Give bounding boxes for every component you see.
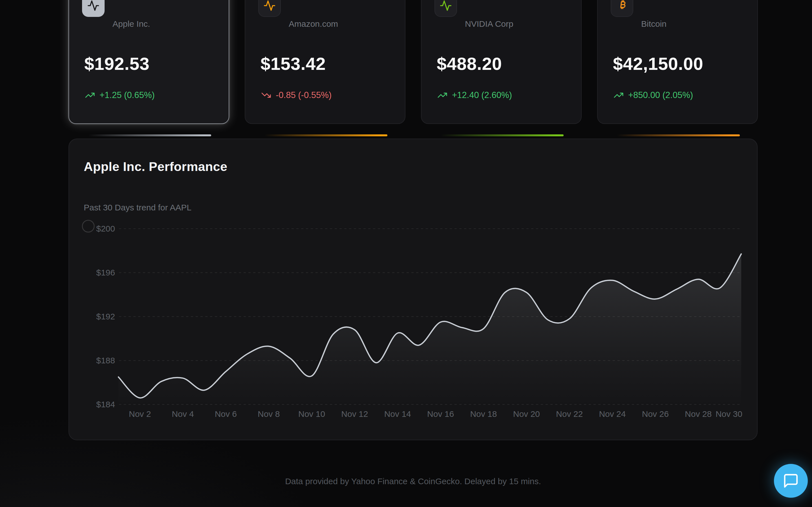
activity-icon bbox=[263, 0, 276, 12]
price-change: +1.25 (0.65%) bbox=[85, 90, 155, 100]
price-change: +12.40 (2.60%) bbox=[437, 90, 512, 100]
activity-icon bbox=[87, 0, 100, 12]
stock-card-apple[interactable]: Apple Inc. $192.53 +1.25 (0.65%) bbox=[68, 0, 229, 124]
performance-card: Apple Inc. Performance Past 30 Days tren… bbox=[68, 138, 758, 440]
change-text: +850.00 (2.05%) bbox=[628, 90, 693, 100]
watchlist-card-slot: Apple Inc. $192.53 +1.25 (0.65%) bbox=[68, 0, 229, 137]
y-axis-label: $196 bbox=[96, 268, 115, 277]
ring-marker-icon bbox=[82, 220, 94, 232]
x-axis-label: Nov 8 bbox=[258, 409, 280, 418]
asset-icon-box bbox=[435, 0, 457, 17]
watchlist-card-slot: NVIDIA Corp $488.20 +12.40 (2.60%) bbox=[421, 0, 581, 137]
asset-price: $153.42 bbox=[260, 54, 326, 74]
asset-price: $42,150.00 bbox=[613, 54, 703, 74]
asset-name: Bitcoin bbox=[641, 19, 666, 29]
accent-bar bbox=[88, 134, 211, 136]
change-text: -0.85 (-0.55%) bbox=[276, 90, 332, 100]
asset-price: $488.20 bbox=[437, 54, 502, 74]
asset-name: Amazon.com bbox=[289, 19, 338, 29]
x-axis-label: Nov 20 bbox=[513, 409, 540, 418]
y-axis-label: $188 bbox=[96, 356, 115, 365]
chat-button[interactable] bbox=[774, 464, 808, 498]
trending-up-icon bbox=[613, 90, 624, 100]
x-axis-label: Nov 28 bbox=[685, 409, 712, 418]
x-axis-label: Nov 2 bbox=[129, 409, 151, 418]
trending-up-icon bbox=[85, 90, 95, 100]
asset-name: NVIDIA Corp bbox=[465, 19, 513, 29]
asset-name: Apple Inc. bbox=[112, 19, 150, 29]
x-axis-label: Nov 24 bbox=[599, 409, 626, 418]
x-axis-label: Nov 26 bbox=[642, 409, 669, 418]
data-attribution: Data provided by Yahoo Finance & CoinGec… bbox=[68, 476, 758, 486]
y-axis-label: $184 bbox=[96, 400, 115, 409]
trending-down-icon bbox=[261, 90, 271, 100]
stock-card-amazon[interactable]: Amazon.com $153.42 -0.85 (-0.55%) bbox=[245, 0, 405, 124]
dashboard: Apple Inc. $192.53 +1.25 (0.65%) Amazon.… bbox=[68, 0, 758, 507]
chat-bubble-icon bbox=[783, 473, 799, 489]
price-line-chart[interactable]: $200$196$192$188$184Nov 2Nov 4Nov 6Nov 8… bbox=[69, 139, 758, 441]
change-text: +1.25 (0.65%) bbox=[100, 90, 155, 100]
accent-bar bbox=[441, 134, 564, 136]
activity-icon bbox=[440, 0, 452, 12]
trending-up-icon bbox=[437, 90, 448, 100]
watchlist-card-slot: Bitcoin $42,150.00 +850.00 (2.05%) bbox=[597, 0, 758, 137]
x-axis-label: Nov 10 bbox=[298, 409, 325, 418]
asset-icon-box bbox=[611, 0, 633, 17]
price-change: -0.85 (-0.55%) bbox=[261, 90, 332, 100]
price-change: +850.00 (2.05%) bbox=[613, 90, 693, 100]
accent-bar bbox=[264, 134, 388, 136]
x-axis-label: Nov 6 bbox=[215, 409, 237, 418]
crypto-card-bitcoin[interactable]: Bitcoin $42,150.00 +850.00 (2.05%) bbox=[597, 0, 758, 124]
accent-bar bbox=[617, 134, 740, 136]
asset-icon-box bbox=[258, 0, 281, 17]
y-axis-label: $192 bbox=[96, 312, 115, 321]
chart-area-fill bbox=[118, 254, 741, 406]
asset-icon-box bbox=[82, 0, 105, 17]
x-axis-label: Nov 18 bbox=[470, 409, 497, 418]
asset-price: $192.53 bbox=[84, 54, 149, 74]
change-text: +12.40 (2.60%) bbox=[452, 90, 512, 100]
x-axis-label: Nov 14 bbox=[384, 409, 411, 418]
x-axis-label: Nov 12 bbox=[341, 409, 368, 418]
x-axis-label: Nov 22 bbox=[556, 409, 583, 418]
x-axis-label: Nov 30 bbox=[716, 409, 742, 418]
y-axis-label: $200 bbox=[96, 224, 115, 233]
x-axis-label: Nov 4 bbox=[172, 409, 194, 418]
x-axis-label: Nov 16 bbox=[427, 409, 454, 418]
stock-card-nvidia[interactable]: NVIDIA Corp $488.20 +12.40 (2.60%) bbox=[421, 0, 581, 124]
watchlist-card-slot: Amazon.com $153.42 -0.85 (-0.55%) bbox=[245, 0, 405, 137]
bitcoin-icon bbox=[616, 0, 628, 12]
watchlist-row: Apple Inc. $192.53 +1.25 (0.65%) Amazon.… bbox=[68, 0, 758, 137]
